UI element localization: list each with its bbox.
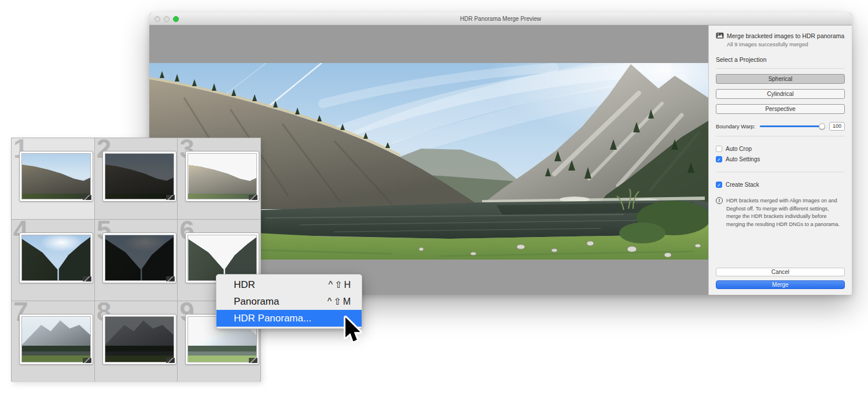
thumbnail-badge-icon[interactable]	[83, 276, 91, 282]
alert-circle-icon: !	[716, 197, 723, 204]
divider	[716, 68, 845, 69]
menu-item-hdr-panorama[interactable]: HDR Panorama...	[216, 310, 362, 327]
thumbnail-badge-icon[interactable]	[166, 358, 175, 363]
photo-thumbnail[interactable]	[102, 314, 176, 365]
pano-merge-icon	[716, 32, 724, 39]
photo-thumbnail[interactable]	[19, 232, 93, 283]
projection-button-cylindrical[interactable]: Cylindrical	[716, 89, 845, 99]
screen: HDR Panorama Merge Preview	[0, 0, 868, 396]
thumbnail-badge-icon[interactable]	[249, 195, 258, 200]
menu-item-label: Panorama	[234, 296, 279, 308]
thumbnail-image-ridge-normal	[22, 154, 90, 199]
thumbnail-image-ridge-dark	[105, 154, 174, 199]
checkbox-checked-icon[interactable]: ✓	[716, 182, 722, 188]
thumbnail-badge-icon[interactable]	[249, 358, 258, 363]
filmstrip-cell-8[interactable]: 8	[95, 301, 178, 382]
filmstrip-cell-4[interactable]: 4	[12, 220, 94, 301]
thumbnail-image-valley-dark	[105, 235, 174, 280]
thumbnail-image-lake-normal	[22, 317, 90, 362]
thumbnail-badge-icon[interactable]	[83, 195, 91, 200]
merge-button[interactable]: Merge	[716, 280, 845, 289]
photo-thumbnail[interactable]	[185, 151, 259, 202]
thumbnail-image-valley-normal	[22, 235, 90, 280]
cancel-button[interactable]: Cancel	[716, 268, 845, 276]
checkbox-row-auto-crop[interactable]: Auto Crop	[716, 146, 845, 152]
boundary-warp-label: Boundary Warp:	[716, 123, 755, 129]
photo-thumbnail[interactable]	[102, 232, 176, 283]
thumbnail-image-ridge-bright	[188, 154, 256, 199]
window-titlebar[interactable]: HDR Panorama Merge Preview	[149, 13, 852, 25]
filmstrip-cell-7[interactable]: 7	[12, 301, 94, 382]
panel-title: Merge bracketed images to HDR panorama	[727, 32, 844, 39]
menu-item-shortcut: ^⇧M	[328, 296, 352, 307]
filmstrip-cell-5[interactable]: 5	[95, 220, 178, 301]
checkbox-checked-icon[interactable]: ✓	[716, 156, 722, 162]
projection-button-perspective[interactable]: Perspective	[716, 104, 845, 114]
checkbox-label: Auto Crop	[726, 146, 752, 152]
thumbnail-badge-icon[interactable]	[166, 195, 175, 200]
window-title: HDR Panorama Merge Preview	[149, 13, 852, 25]
boundary-warp-value[interactable]: 100	[829, 122, 845, 131]
slider-knob[interactable]	[819, 123, 825, 129]
boundary-warp-row: Boundary Warp: 100	[716, 122, 845, 131]
checkbox-group-top: Auto Crop✓Auto Settings	[716, 142, 845, 166]
thumbnail-badge-icon[interactable]	[166, 276, 175, 282]
photo-thumbnail[interactable]	[19, 314, 93, 365]
info-text: HDR brackets merged with Align Images on…	[726, 197, 845, 228]
menu-item-shortcut: ^⇧H	[329, 279, 352, 290]
menu-item-panorama[interactable]: Panorama^⇧M	[216, 293, 362, 310]
projection-buttons: SphericalCylindricalPerspective	[716, 74, 845, 119]
projection-label: Select a Projection	[716, 56, 845, 63]
checkbox-group-bottom: ✓Create Stack	[716, 177, 845, 192]
divider	[716, 136, 845, 136]
photo-merge-context-menu: HDR^⇧HPanorama^⇧MHDR Panorama...	[216, 274, 362, 329]
checkbox-row-auto-settings[interactable]: ✓Auto Settings	[716, 156, 845, 162]
checkbox-label: Create Stack	[726, 182, 759, 188]
projection-button-spherical[interactable]: Spherical	[716, 74, 845, 84]
photo-thumbnail[interactable]	[19, 151, 93, 202]
merge-status-text: All 9 images successfully merged	[727, 41, 845, 47]
checkbox-unchecked-icon[interactable]	[716, 146, 722, 152]
checkbox-row-create-stack[interactable]: ✓Create Stack	[716, 182, 845, 188]
filmstrip-cell-2[interactable]: 2	[95, 138, 178, 219]
info-note: ! HDR brackets merged with Align Images …	[716, 197, 845, 228]
filmstrip-cell-1[interactable]: 1	[12, 138, 94, 219]
menu-item-label: HDR Panorama...	[234, 313, 311, 324]
thumbnail-badge-icon[interactable]	[83, 358, 91, 363]
checkbox-label: Auto Settings	[726, 156, 760, 162]
photo-thumbnail[interactable]	[102, 151, 176, 202]
menu-item-label: HDR	[234, 279, 255, 291]
filmstrip-grid: 123456789	[11, 138, 261, 382]
filmstrip-cell-3[interactable]: 3	[178, 138, 260, 219]
divider	[716, 172, 845, 172]
boundary-warp-slider[interactable]	[760, 125, 823, 127]
menu-item-hdr[interactable]: HDR^⇧H	[216, 276, 362, 293]
merge-options-panel: Merge bracketed images to HDR panorama A…	[708, 25, 852, 295]
thumbnail-image-lake-dark	[105, 317, 174, 362]
